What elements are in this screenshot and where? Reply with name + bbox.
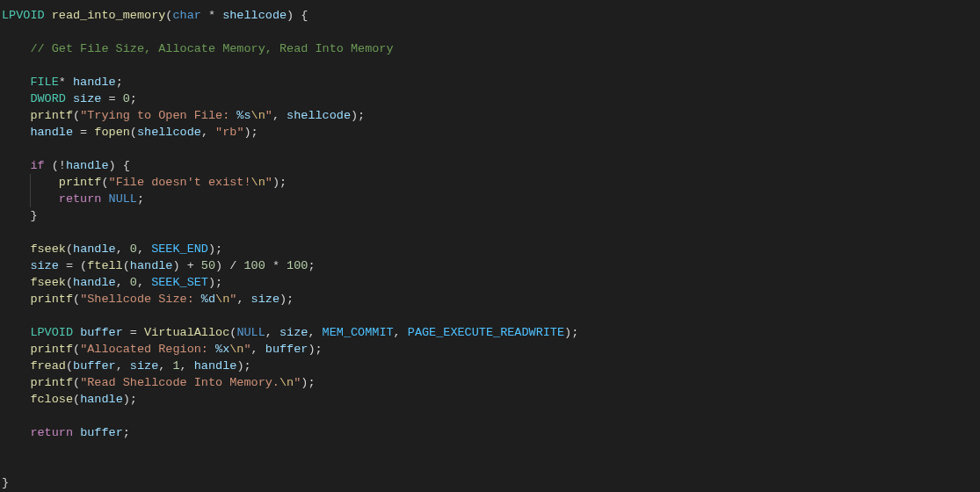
code-line: if (!handle) { xyxy=(2,159,130,172)
code-line: size = (ftell(handle) + 50) / 100 * 100; xyxy=(2,259,316,272)
code-line xyxy=(2,59,9,72)
code-line: FILE* handle; xyxy=(2,76,123,89)
code-line: printf("Read Shellcode Into Memory.\n"); xyxy=(2,376,315,389)
code-line: printf("Allocated Region: %x\n", buffer)… xyxy=(2,343,323,356)
code-editor-content[interactable]: LPVOID read_into_memory(char * shellcode… xyxy=(2,7,980,491)
code-line xyxy=(2,409,9,423)
code-line: printf("Shellcode Size: %d\n", size); xyxy=(2,293,294,306)
code-line: handle = fopen(shellcode, "rb"); xyxy=(2,126,258,139)
code-line xyxy=(2,226,9,239)
code-line: printf("Trying to Open File: %s\n", shel… xyxy=(2,109,365,122)
code-line: fseek(handle, 0, SEEK_SET); xyxy=(2,276,222,289)
code-line: LPVOID buffer = VirtualAlloc(NULL, size,… xyxy=(2,326,578,339)
code-line: DWORD size = 0; xyxy=(2,92,137,105)
code-line: fread(buffer, size, 1, handle); xyxy=(2,359,251,373)
code-line: printf("File doesn't exist!\n"); xyxy=(2,176,287,189)
code-line xyxy=(2,443,9,456)
code-line xyxy=(2,142,9,156)
code-line: return NULL; xyxy=(2,192,144,206)
code-line: fclose(handle); xyxy=(2,393,137,406)
code-line: } xyxy=(2,209,38,222)
code-line xyxy=(2,309,9,322)
code-line: fseek(handle, 0, SEEK_END); xyxy=(2,242,222,256)
code-line: return buffer; xyxy=(2,426,130,439)
code-line xyxy=(2,25,9,39)
code-line: } xyxy=(2,476,9,489)
code-line: // Get File Size, Allocate Memory, Read … xyxy=(2,42,394,55)
code-line: LPVOID read_into_memory(char * shellcode… xyxy=(2,9,308,22)
code-line xyxy=(2,459,9,473)
